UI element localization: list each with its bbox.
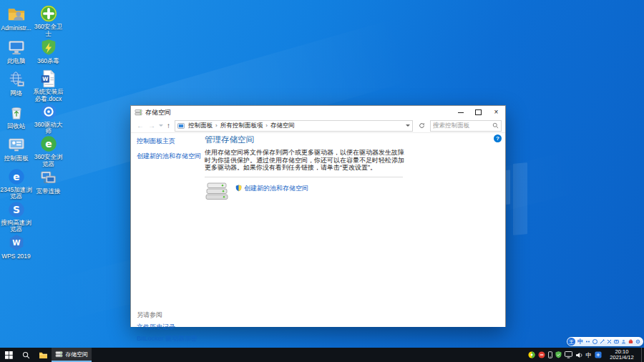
ime-handwriting-icon[interactable] — [600, 339, 605, 344]
search-icon — [22, 351, 30, 359]
task-button-label: 存储空间 — [65, 351, 88, 358]
desktop-icon-network[interactable]: 网络 — [0, 69, 32, 102]
history-dropdown-icon[interactable] — [159, 124, 163, 127]
shield-tray-icon[interactable] — [555, 351, 562, 359]
see-also-link[interactable]: 文件历史记录 — [137, 323, 197, 332]
desktop-icon-2345-browser[interactable]: e2345加速浏览器 — [0, 167, 32, 200]
desktop-icon-360-safe[interactable]: 360安全卫士 — [32, 4, 64, 37]
separator — [205, 177, 403, 177]
svg-text:W: W — [12, 239, 20, 247]
refresh-button[interactable] — [415, 120, 428, 132]
back-button[interactable]: ← — [135, 122, 146, 129]
browser-2345-icon: e — [6, 167, 26, 186]
forward-button[interactable]: → — [146, 122, 157, 129]
ime-settings-icon[interactable] — [635, 339, 640, 344]
ime-close-icon[interactable] — [607, 339, 612, 344]
minimize-icon — [458, 112, 464, 113]
create-pool-link[interactable]: 创建新的池和存储空间 — [235, 184, 308, 193]
desktop-icon-label: 控制面板 — [4, 155, 29, 162]
folder-icon — [39, 351, 48, 359]
search-input[interactable]: 搜索控制面板 — [430, 120, 502, 132]
breadcrumb: 控制面板›所有控制面板项›存储空间 — [187, 122, 296, 130]
breadcrumb-item[interactable]: 存储空间 — [269, 122, 296, 130]
desktop-icon-360-driver[interactable]: 360驱动大师 — [32, 102, 64, 135]
svg-text:W: W — [42, 76, 48, 82]
control-panel-icon — [6, 134, 26, 155]
desktop-icon-label: 网络 — [10, 90, 22, 97]
desktop-icon-label: WPS 2019 — [1, 253, 31, 260]
taskbar-task-storage-spaces[interactable]: 存储空间 — [52, 348, 92, 362]
file-explorer-button[interactable] — [34, 348, 52, 362]
taskbar-clock[interactable]: 20:10 2021/4/12 — [605, 349, 638, 361]
maximize-button[interactable] — [469, 106, 487, 119]
search-icon[interactable] — [492, 122, 499, 129]
desktop-icon-360-browser[interactable]: e360安全浏览器 — [32, 134, 64, 167]
window-title: 存储空间 — [145, 108, 171, 117]
minimize-button[interactable] — [452, 106, 469, 119]
ime-emoji-icon[interactable] — [592, 339, 597, 344]
display-tray-icon[interactable] — [565, 351, 572, 359]
desktop-icon-readme-docx[interactable]: W系统安装后必看.docx — [32, 69, 64, 102]
desktop-icon-label: 360安全浏览器 — [32, 154, 64, 167]
ime-user-icon[interactable] — [621, 339, 626, 344]
desktop-icon-control-panel[interactable]: 控制面板 — [0, 134, 32, 167]
taskbar-search-button[interactable] — [17, 348, 34, 362]
close-button[interactable]: × — [487, 106, 505, 119]
desktop-icon-label: 此电脑 — [7, 58, 26, 65]
desktop-icon-sogou-browser[interactable]: S搜狗高速浏览器 — [0, 200, 32, 233]
sidebar: 控制面板主页 创建新的池和存储空间 — [137, 137, 203, 167]
desktop-icon-wps-2019[interactable]: WWPS 2019 — [0, 233, 32, 265]
create-pool-link-label: 创建新的池和存储空间 — [244, 184, 308, 193]
360-safe-icon — [39, 4, 59, 23]
windows-logo-icon — [5, 351, 13, 359]
ime-toolbox-icon[interactable] — [628, 339, 633, 344]
start-button[interactable] — [0, 348, 17, 362]
360-tray-icon[interactable] — [528, 351, 535, 359]
up-button[interactable]: ↑ — [165, 122, 172, 129]
desktop-icon-label: 宽带连接 — [36, 188, 61, 195]
close-icon: × — [494, 109, 499, 116]
main-content: 管理存储空间 使用存储空间将文件保存到两个或更多驱动器，以便在驱动器发生故障时为… — [205, 134, 412, 201]
desktop-icon-360-antivirus[interactable]: 360杀毒 — [32, 37, 64, 70]
see-also-link[interactable]: BitLocker 驱动器加密 — [137, 334, 197, 343]
address-dropdown-icon[interactable] — [406, 124, 410, 127]
volume-tray-icon[interactable] — [575, 351, 583, 359]
page-description: 使用存储空间将文件保存到两个或更多驱动器，以便在驱动器发生故障时为你提供保护。通… — [205, 149, 405, 172]
breadcrumb-item[interactable]: 控制面板 — [187, 122, 214, 130]
ime-language-indicator[interactable]: 中 — [586, 351, 592, 359]
maximize-icon — [475, 109, 482, 115]
window-storage-icon — [135, 109, 142, 117]
search-placeholder: 搜索控制面板 — [433, 122, 492, 130]
help-button[interactable]: ? — [494, 134, 502, 142]
sidebar-item-control-panel-home[interactable]: 控制面板主页 — [137, 137, 203, 145]
page-title: 管理存储空间 — [205, 134, 412, 145]
desktop-icon-recycle-bin[interactable]: 回收站 — [0, 102, 32, 135]
breadcrumb-separator-icon: › — [264, 122, 269, 129]
broadband-icon — [39, 167, 59, 187]
recycle-bin-icon — [6, 102, 26, 122]
desktop-icon-this-pc[interactable]: 此电脑 — [0, 37, 32, 70]
ime-mode-indicator[interactable]: 中 — [577, 339, 583, 345]
ime-punctuation-icon[interactable] — [585, 339, 590, 344]
phone-tray-icon[interactable] — [548, 351, 552, 359]
alert-tray-icon[interactable] — [538, 351, 545, 359]
input-method-tray-icon[interactable] — [595, 351, 602, 359]
desktop-icon-label: 2345加速浏览器 — [0, 187, 32, 200]
desktop-icon-administrator[interactable]: Administr... — [0, 4, 32, 37]
uac-shield-icon — [235, 185, 242, 192]
desktop-icon-label: 360安全卫士 — [32, 24, 64, 37]
taskbar: 存储空间 中 20:10 2021/4/12 — [0, 348, 644, 362]
ime-keyboard-icon[interactable] — [614, 339, 619, 344]
title-bar[interactable]: 存储空间 × — [131, 106, 505, 119]
ime-logo-icon[interactable]: 王 — [567, 338, 575, 346]
desktop-icon-broadband[interactable]: 宽带连接 — [32, 167, 64, 200]
sidebar-item-create-pool[interactable]: 创建新的池和存储空间 — [137, 152, 203, 160]
desktop-icon-column-1: Administr...此电脑网络回收站控制面板e2345加速浏览器S搜狗高速浏… — [0, 4, 32, 265]
breadcrumb-item[interactable]: 所有控制面板项 — [219, 122, 265, 130]
address-bar[interactable]: 控制面板›所有控制面板项›存储空间 — [175, 120, 413, 132]
desktop-icon-label: Administr... — [1, 25, 31, 32]
network-icon — [6, 69, 26, 89]
svg-text:S: S — [12, 204, 19, 215]
show-desktop-button[interactable] — [641, 348, 644, 362]
ime-toolbar[interactable]: 王 中 — [567, 337, 643, 346]
